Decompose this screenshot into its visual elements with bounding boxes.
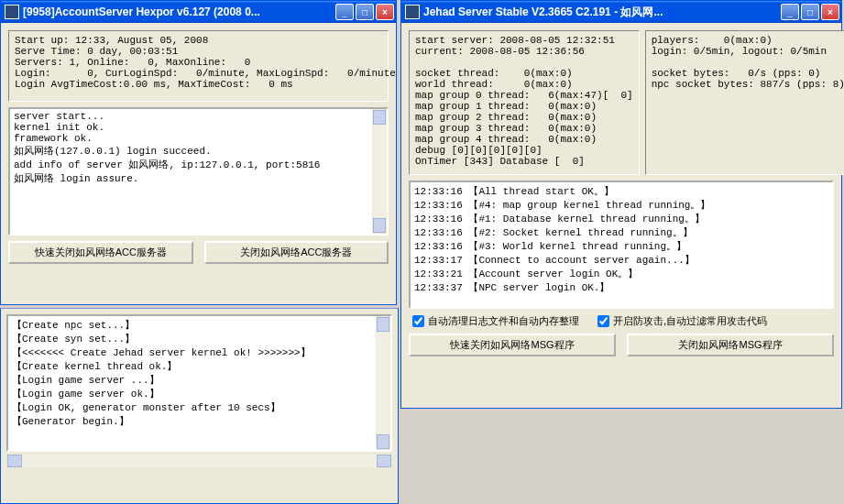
- minimize-button[interactable]: _: [781, 4, 799, 20]
- defend-checkbox[interactable]: 开启防攻击,自动过滤常用攻击代码: [597, 314, 767, 328]
- scrollbar-vertical[interactable]: [376, 316, 390, 450]
- autoclean-input[interactable]: [412, 315, 424, 327]
- stats-right-panel: players: 0(max:0) login: 0/5min, logout:…: [645, 30, 844, 175]
- defend-label: 开启防攻击,自动过滤常用攻击代码: [613, 314, 767, 328]
- jehad-server-window: Jehad Server Stable V2.3665 C2.191 - 如风网…: [400, 0, 842, 409]
- window-controls: _ □ ×: [781, 4, 839, 20]
- window-body: start server: 2008-08-05 12:32:51 curren…: [401, 23, 841, 408]
- account-server-window: [9958]AccountServer Hexpor v6.127 (2008 …: [0, 0, 397, 305]
- titlebar[interactable]: Jehad Server Stable V2.3665 C2.191 - 如风网…: [401, 1, 841, 23]
- window-title: Jehad Server Stable V2.3665 C2.191 - 如风网…: [423, 5, 781, 20]
- scroll-down-icon[interactable]: [373, 218, 386, 233]
- maximize-button[interactable]: □: [356, 4, 374, 20]
- scrollbar-vertical[interactable]: [372, 109, 387, 234]
- scroll-up-icon[interactable]: [377, 317, 389, 332]
- titlebar[interactable]: [9958]AccountServer Hexpor v6.127 (2008 …: [1, 1, 396, 23]
- app-icon: [405, 5, 420, 19]
- bottom-log-window: 【Create npc set...】 【Create syn set...】 …: [0, 308, 399, 504]
- stats-panel: Start up: 12:33, August 05, 2008 Serve T…: [8, 30, 389, 102]
- window-body: 【Create npc set...】 【Create syn set...】 …: [1, 309, 398, 503]
- log-textarea[interactable]: server start... kernel init ok. framewor…: [8, 107, 389, 236]
- stats-left-panel: start server: 2008-08-05 12:32:51 curren…: [409, 30, 640, 175]
- checkbox-row: 自动清理日志文件和自动内存整理 开启防攻击,自动过滤常用攻击代码: [409, 314, 834, 328]
- fast-close-button[interactable]: 快速关闭如风网络MSG程序: [409, 334, 616, 356]
- close-button[interactable]: ×: [821, 4, 839, 20]
- stats-row: start server: 2008-08-05 12:32:51 curren…: [409, 30, 834, 181]
- scroll-right-icon[interactable]: [377, 455, 391, 467]
- scroll-up-icon[interactable]: [373, 110, 386, 125]
- close-button[interactable]: ×: [376, 4, 394, 20]
- minimize-button[interactable]: _: [335, 4, 354, 20]
- autoclean-checkbox[interactable]: 自动清理日志文件和自动内存整理: [412, 314, 579, 328]
- window-controls: _ □ ×: [335, 4, 394, 20]
- autoclean-label: 自动清理日志文件和自动内存整理: [428, 314, 579, 328]
- window-body: Start up: 12:33, August 05, 2008 Serve T…: [1, 23, 396, 304]
- close-server-button[interactable]: 关闭如风网络MSG程序: [627, 334, 834, 356]
- log-textarea[interactable]: 【Create npc set...】 【Create syn set...】 …: [6, 314, 392, 452]
- scroll-left-icon[interactable]: [7, 455, 22, 467]
- fast-close-button[interactable]: 快速关闭如风网络ACC服务器: [8, 241, 193, 264]
- scrollbar-horizontal[interactable]: [6, 454, 392, 468]
- button-row: 快速关闭如风网络ACC服务器 关闭如风网络ACC服务器: [8, 241, 389, 264]
- window-title: [9958]AccountServer Hexpor v6.127 (2008 …: [23, 5, 335, 18]
- log-textarea[interactable]: 12:33:16 【All thread start OK。】 12:33:16…: [409, 181, 834, 309]
- defend-input[interactable]: [597, 315, 609, 327]
- maximize-button[interactable]: □: [801, 4, 819, 20]
- button-row: 快速关闭如风网络MSG程序 关闭如风网络MSG程序: [409, 334, 834, 356]
- close-server-button[interactable]: 关闭如风网络ACC服务器: [204, 241, 389, 264]
- scroll-down-icon[interactable]: [377, 434, 389, 449]
- app-icon: [5, 5, 19, 19]
